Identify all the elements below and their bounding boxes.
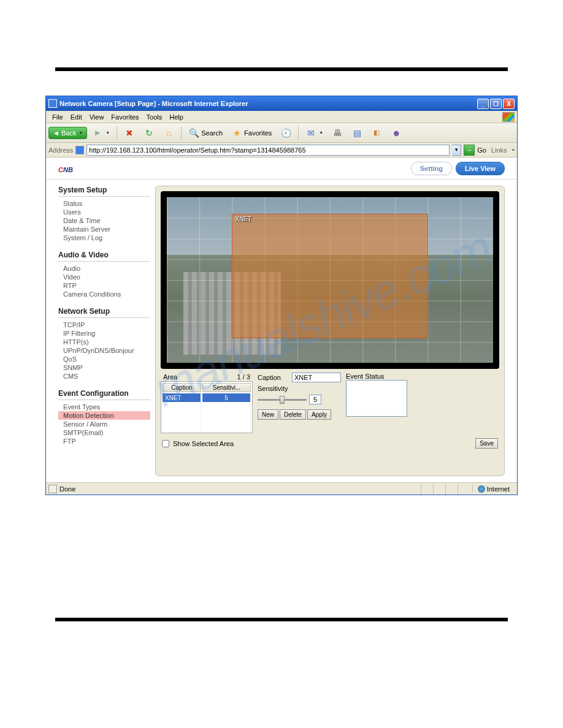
search-button[interactable]: 🔍Search [185,126,226,140]
discuss-button[interactable]: ◧ [367,126,386,140]
minimize-button[interactable]: _ [477,99,489,109]
sidebar-item-datetime[interactable]: Date & Time [58,216,150,225]
page-bottom-rule [55,618,508,621]
links-chevron-icon[interactable]: » [512,147,515,153]
live-view-button[interactable]: Live View [456,162,505,175]
sidebar-item-sensor[interactable]: Sensor / Alarm [58,420,150,428]
bottom-row: Show Selected Area Save [161,437,499,450]
close-button[interactable]: X [503,99,515,109]
sensitivity-value: 5 [309,395,321,404]
sidebar-item-rtp[interactable]: RTP [58,281,150,290]
menu-tools[interactable]: Tools [143,112,166,122]
sidebar-title-av: Audio & Video [58,251,150,262]
sidebar-item-maintain[interactable]: Maintain Server [58,225,150,233]
sidebar-item-eventtypes[interactable]: Event Types [58,403,150,411]
video-preview[interactable]: XNET [161,191,499,369]
menu-edit[interactable]: Edit [67,112,86,122]
area-list-header: Area 1 / 3 [161,373,253,381]
forward-dropdown-icon[interactable]: ▼ [105,131,110,135]
area-table: Caption Sensitivi... XNET 5 [161,381,253,433]
caption-input[interactable] [292,373,341,382]
window-titlebar[interactable]: Network Camera [Setup Page] - Microsoft … [46,96,517,111]
col-sensitivity[interactable]: Sensitivi... [202,383,251,392]
favorites-label: Favorites [244,129,272,137]
go-label: Go [477,146,486,154]
address-dropdown-button[interactable]: ▼ [452,145,461,156]
setting-button[interactable]: Setting [411,162,452,175]
security-zone[interactable]: Internet [472,485,515,493]
area-row-empty[interactable] [163,403,251,412]
event-status-group: Event Status [346,373,407,433]
sidebar-item-cms[interactable]: CMS [58,372,150,381]
refresh-button[interactable]: ↻ [140,126,158,140]
sidebar-item-syslog[interactable]: System / Log [58,233,150,242]
col-caption[interactable]: Caption [163,383,201,392]
sidebar-item-snmp[interactable]: SNMP [58,363,150,372]
sidebar-item-camera[interactable]: Camera Conditions [58,290,150,298]
controls-row: Area 1 / 3 Caption Sensitivi... XNET 5 [161,373,499,433]
links-label[interactable]: Links [489,146,510,154]
header-buttons: Setting Live View [411,162,505,175]
motion-detection-area[interactable] [232,214,427,338]
sidebar-item-https[interactable]: HTTP(s) [58,338,150,346]
sidebar-section-event: Event Configuration Event Types Motion D… [58,389,150,446]
go-button[interactable]: → [464,145,475,156]
sidebar-title-network: Network Setup [58,307,150,318]
apply-button[interactable]: Apply [307,409,331,420]
area-row-empty[interactable] [163,413,251,422]
menu-favorites[interactable]: Favorites [107,112,142,122]
sidebar-section-network: Network Setup TCP/IP IP Filtering HTTP(s… [58,307,150,381]
sidebar-item-audio[interactable]: Audio [58,264,150,273]
delete-button[interactable]: Delete [280,409,306,420]
address-input[interactable] [86,145,450,156]
show-selected-checkbox[interactable] [162,440,169,447]
menu-file[interactable]: File [48,112,67,122]
back-dropdown-icon[interactable]: ▼ [79,131,83,135]
area-row-empty[interactable] [163,423,251,431]
messenger-button[interactable]: ☻ [387,126,405,140]
messenger-icon: ☻ [391,127,402,138]
toolbar: ◄ Back ▼ ▶▼ ✖ ↻ ⌂ 🔍Search ★Favorites 🕘 ✉… [46,123,517,143]
back-arrow-icon: ◄ [53,129,59,137]
area-row-selected[interactable]: XNET 5 [163,393,251,402]
sidebar-item-video[interactable]: Video [58,273,150,281]
sidebar-item-upnp[interactable]: UPnP/DynDNS/Bonjour [58,346,150,355]
menu-help[interactable]: Help [166,112,187,122]
sidebar: System Setup Status Users Date & Time Ma… [58,186,150,476]
home-button[interactable]: ⌂ [159,126,178,140]
sensitivity-slider-row: 5 [258,395,341,404]
slider-thumb[interactable] [280,396,285,404]
forward-arrow-icon: ▶ [92,127,103,138]
stop-button[interactable]: ✖ [120,126,139,140]
sidebar-item-users[interactable]: Users [58,208,150,216]
stop-icon: ✖ [124,127,135,138]
menu-view[interactable]: View [86,112,108,122]
mail-dropdown-icon[interactable]: ▼ [319,131,323,135]
toolbar-separator [298,126,299,140]
toolbar-separator [117,126,117,140]
sidebar-item-status[interactable]: Status [58,199,150,208]
mail-button[interactable]: ✉▼ [302,126,327,140]
sidebar-item-motion[interactable]: Motion Detection [58,411,150,420]
favorites-button[interactable]: ★Favorites [228,126,275,140]
forward-button[interactable]: ▶▼ [88,126,113,140]
sensitivity-label: Sensitivity [258,385,341,392]
history-button[interactable]: 🕘 [277,126,295,140]
sidebar-item-qos[interactable]: QoS [58,355,150,363]
sidebar-title-event: Event Configuration [58,389,150,400]
sidebar-title-system: System Setup [58,186,150,197]
sensitivity-slider[interactable] [258,399,307,401]
print-button[interactable]: 🖶 [328,126,347,140]
page-icon [75,146,84,154]
sidebar-item-tcpip[interactable]: TCP/IP [58,320,150,329]
sidebar-item-ftp[interactable]: FTP [58,437,150,446]
maximize-button[interactable]: ❐ [490,99,502,109]
sidebar-item-smtp[interactable]: SMTP(Email) [58,428,150,437]
new-button[interactable]: New [258,409,278,420]
done-icon [48,485,57,493]
ie-icon [48,99,57,108]
save-button[interactable]: Save [475,438,498,449]
sidebar-item-ipfilter[interactable]: IP Filtering [58,329,150,338]
edit-button[interactable]: ▤ [348,126,366,140]
back-button[interactable]: ◄ Back ▼ [48,127,87,139]
